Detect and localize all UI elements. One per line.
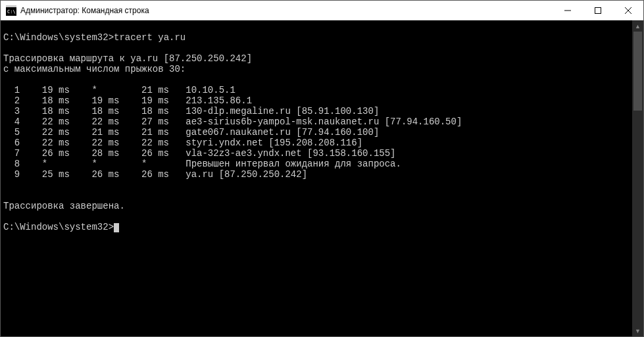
hop-time-3: * [119, 159, 169, 169]
hop-time-1: 18 ms [20, 106, 70, 117]
hop-host: Превышен интервал ожидания для запроса. [169, 159, 401, 169]
hop-host: 10.10.5.1 [169, 85, 235, 95]
hop-host: styri.yndx.net [195.208.208.116] [169, 138, 362, 148]
minimize-button[interactable] [553, 1, 583, 20]
terminal-output[interactable]: C:\Windows\system32>tracert ya.ru Трасси… [1, 20, 632, 336]
hop-time-3: 26 ms [119, 169, 169, 180]
hop-time-1: 25 ms [20, 169, 70, 180]
hop-time-2: * [70, 85, 120, 95]
hop-host: ya.ru [87.250.250.242] [169, 169, 307, 180]
hop-time-3: 18 ms [119, 106, 169, 117]
trace-header-1: Трассировка маршрута к ya.ru [87.250.250… [3, 53, 252, 64]
hop-time-1: 22 ms [20, 138, 70, 148]
cmd-icon: C:\ [6, 5, 16, 16]
scroll-up-arrow[interactable]: ▲ [632, 20, 643, 32]
window-controls [553, 1, 643, 20]
svg-rect-4 [595, 8, 601, 14]
hop-time-1: * [20, 159, 70, 169]
hop-number: 9 [3, 169, 20, 180]
hop-row: 925 ms26 ms26 msya.ru [87.250.250.242] [3, 169, 630, 180]
hop-row: 218 ms19 ms19 ms213.135.86.1 [3, 95, 630, 106]
hop-time-2: 19 ms [70, 95, 120, 106]
scroll-down-arrow[interactable]: ▼ [632, 325, 643, 336]
hop-row: 522 ms21 ms21 msgate067.naukanet.ru [77.… [3, 127, 630, 138]
trace-header-2: с максимальным числом прыжков 30: [3, 64, 186, 74]
scroll-thumb[interactable] [633, 32, 642, 111]
svg-rect-1 [6, 5, 16, 7]
command-text: tracert ya.ru [114, 32, 186, 43]
hop-host: ae3-sirius6b-yampol-msk.naukanet.ru [77.… [169, 117, 462, 127]
console-container: C:\Windows\system32>tracert ya.ru Трасси… [1, 20, 643, 336]
hop-time-3: 22 ms [119, 138, 169, 148]
hop-time-2: 18 ms [70, 106, 120, 117]
hop-time-1: 19 ms [20, 85, 70, 95]
hop-time-2: 22 ms [70, 117, 120, 127]
hop-row: 622 ms22 ms22 msstyri.yndx.net [195.208.… [3, 138, 630, 148]
hop-time-3: 21 ms [119, 127, 169, 138]
maximize-button[interactable] [583, 1, 613, 20]
hop-number: 3 [3, 106, 20, 117]
hops-list: 119 ms* 21 ms10.10.5.1218 ms19 ms19 ms21… [3, 85, 630, 180]
svg-text:C:\: C:\ [7, 9, 16, 14]
prompt: C:\Windows\system32> [3, 222, 114, 232]
hop-time-3: 21 ms [119, 85, 169, 95]
hop-number: 8 [3, 159, 20, 169]
prompt-line-2: C:\Windows\system32> [3, 222, 119, 232]
hop-number: 2 [3, 95, 20, 106]
cursor [114, 223, 119, 232]
hop-row: 422 ms22 ms27 msae3-sirius6b-yampol-msk.… [3, 117, 630, 127]
hop-row: 726 ms28 ms26 msvla-32z3-ae3.yndx.net [9… [3, 148, 630, 159]
hop-time-3: 19 ms [119, 95, 169, 106]
hop-number: 7 [3, 148, 20, 159]
hop-host: gate067.naukanet.ru [77.94.160.100] [169, 127, 379, 138]
vertical-scrollbar[interactable]: ▲ ▼ [632, 20, 643, 336]
hop-time-3: 27 ms [119, 117, 169, 127]
hop-row: 8* * * Превышен интервал ожидания для за… [3, 159, 630, 169]
hop-number: 6 [3, 138, 20, 148]
hop-number: 4 [3, 117, 20, 127]
hop-time-1: 18 ms [20, 95, 70, 106]
window-title: Администратор: Командная строка [20, 6, 553, 15]
hop-time-2: * [70, 159, 120, 169]
hop-time-3: 26 ms [119, 148, 169, 159]
hop-time-2: 22 ms [70, 138, 120, 148]
hop-time-1: 26 ms [20, 148, 70, 159]
hop-number: 5 [3, 127, 20, 138]
prompt: C:\Windows\system32> [3, 32, 114, 43]
hop-number: 1 [3, 85, 20, 95]
trace-footer: Трассировка завершена. [3, 201, 125, 211]
hop-time-2: 21 ms [70, 127, 120, 138]
hop-host: 130-dlp.megaline.ru [85.91.100.130] [169, 106, 379, 117]
hop-row: 318 ms18 ms18 ms130-dlp.megaline.ru [85.… [3, 106, 630, 117]
hop-host: 213.135.86.1 [169, 95, 252, 106]
titlebar[interactable]: C:\ Администратор: Командная строка [1, 1, 643, 20]
prompt-line: C:\Windows\system32>tracert ya.ru [3, 32, 186, 43]
hop-time-1: 22 ms [20, 117, 70, 127]
close-button[interactable] [613, 1, 643, 20]
hop-time-2: 26 ms [70, 169, 120, 180]
hop-row: 119 ms* 21 ms10.10.5.1 [3, 85, 630, 95]
hop-time-2: 28 ms [70, 148, 120, 159]
hop-host: vla-32z3-ae3.yndx.net [93.158.160.155] [169, 148, 395, 159]
hop-time-1: 22 ms [20, 127, 70, 138]
